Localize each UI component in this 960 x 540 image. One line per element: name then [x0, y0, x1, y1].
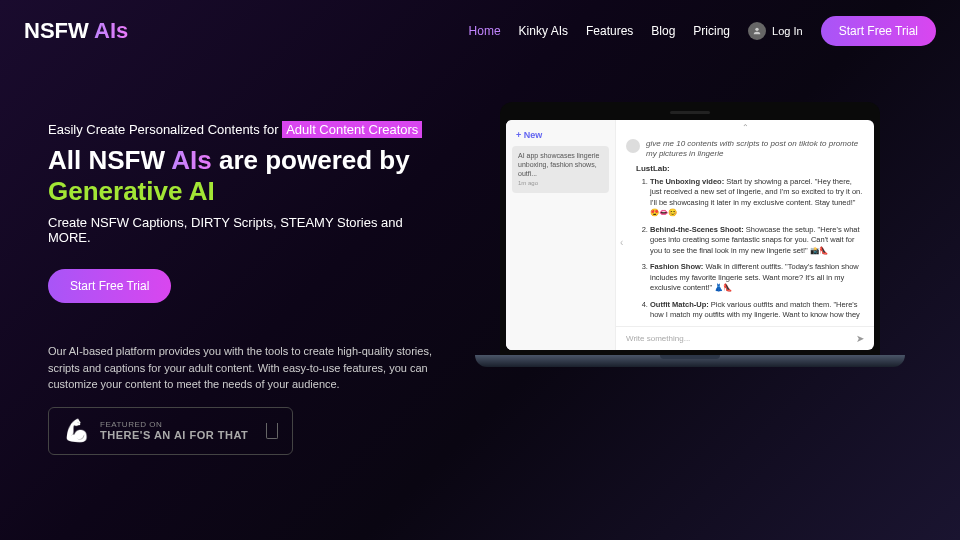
header-cta-button[interactable]: Start Free Trial [821, 16, 936, 46]
send-icon[interactable]: ➤ [856, 333, 864, 344]
logo-accent: AIs [94, 18, 128, 43]
nav-home[interactable]: Home [469, 24, 501, 38]
login-button[interactable]: Log In [748, 22, 803, 40]
list-item: Outfit Match-Up: Pick various outfits an… [650, 300, 864, 321]
bot-response: ‹ LustLab: The Unboxing video: Start by … [616, 164, 874, 326]
laptop-notch [670, 111, 710, 114]
user-message-text: give me 10 contents with scripts to post… [646, 139, 864, 160]
list-item-title: Fashion Show: [650, 262, 703, 271]
main-nav: Home Kinky AIs Features Blog Pricing Log… [469, 16, 936, 46]
hero-copy: Easily Create Personalized Contents for … [48, 102, 438, 455]
logo-text: NSFW [24, 18, 94, 43]
eyebrow-highlight: Adult Content Creators [282, 121, 422, 138]
headline-accent-genai: Generative AI [48, 176, 215, 206]
hero-description: Our AI-based platform provides you with … [48, 343, 438, 393]
sidebar-conversation[interactable]: AI app showcases lingerie unboxing, fash… [512, 146, 609, 193]
user-message: give me 10 contents with scripts to post… [616, 135, 874, 164]
logo[interactable]: NSFW AIs [24, 18, 128, 44]
app-sidebar: New AI app showcases lingerie unboxing, … [506, 120, 616, 350]
headline-accent-ais: AIs [171, 145, 211, 175]
laptop-frame: New AI app showcases lingerie unboxing, … [500, 102, 880, 356]
headline-p1: All NSFW [48, 145, 171, 175]
list-item-title: Outfit Match-Up: [650, 300, 709, 309]
chat-panel: ⌃ give me 10 contents with scripts to po… [616, 120, 874, 350]
list-item-title: The Unboxing video: [650, 177, 724, 186]
hero-visual: New AI app showcases lingerie unboxing, … [468, 102, 912, 455]
eyebrow: Easily Create Personalized Contents for … [48, 122, 438, 137]
bookmark-icon [266, 423, 278, 439]
headline: All NSFW AIs are powered by Generative A… [48, 145, 438, 207]
featured-badge[interactable]: 💪 FEATURED ON THERE'S AN AI FOR THAT [48, 407, 293, 455]
subheadline: Create NSFW Captions, DIRTY Scripts, STE… [48, 215, 438, 245]
nav-blog[interactable]: Blog [651, 24, 675, 38]
sidebar-item-title: AI app showcases lingerie unboxing, fash… [518, 151, 603, 178]
hero-cta-button[interactable]: Start Free Trial [48, 269, 171, 303]
header: NSFW AIs Home Kinky AIs Features Blog Pr… [0, 0, 960, 62]
new-chat-button[interactable]: New [512, 128, 609, 142]
list-item-title: Behind-the-Scenes Shoot: [650, 225, 744, 234]
app-screenshot: New AI app showcases lingerie unboxing, … [506, 120, 874, 350]
hero-section: Easily Create Personalized Contents for … [0, 62, 960, 455]
list-item: Behind-the-Scenes Shoot: Showcase the se… [650, 225, 864, 257]
laptop-base [475, 355, 905, 367]
chevron-up-icon: ⌃ [742, 123, 749, 132]
list-item: The Unboxing video: Start by showing a p… [650, 177, 864, 219]
chat-collapse[interactable]: ⌃ [616, 120, 874, 135]
chevron-left-icon[interactable]: ‹ [620, 237, 623, 248]
nav-features[interactable]: Features [586, 24, 633, 38]
eyebrow-prefix: Easily Create Personalized Contents for [48, 122, 282, 137]
laptop-notch-bar [506, 108, 874, 120]
composer-input[interactable]: Write something... [626, 334, 690, 343]
ideas-list: The Unboxing video: Start by showing a p… [636, 177, 864, 321]
login-label: Log In [772, 25, 803, 37]
headline-p3: are powered by [212, 145, 410, 175]
badge-text: FEATURED ON THERE'S AN AI FOR THAT [100, 420, 248, 441]
flex-arm-icon: 💪 [63, 418, 90, 444]
composer: Write something... ➤ [616, 326, 874, 350]
nav-kinky-ais[interactable]: Kinky AIs [519, 24, 568, 38]
list-item: Fashion Show: Walk in different outfits.… [650, 262, 864, 294]
user-icon [748, 22, 766, 40]
badge-main: THERE'S AN AI FOR THAT [100, 429, 248, 441]
sidebar-item-time: 1m ago [518, 180, 603, 188]
svg-point-0 [755, 28, 758, 31]
nav-pricing[interactable]: Pricing [693, 24, 730, 38]
badge-small: FEATURED ON [100, 420, 248, 429]
bot-name: LustLab: [636, 164, 864, 173]
user-avatar-icon [626, 139, 640, 153]
